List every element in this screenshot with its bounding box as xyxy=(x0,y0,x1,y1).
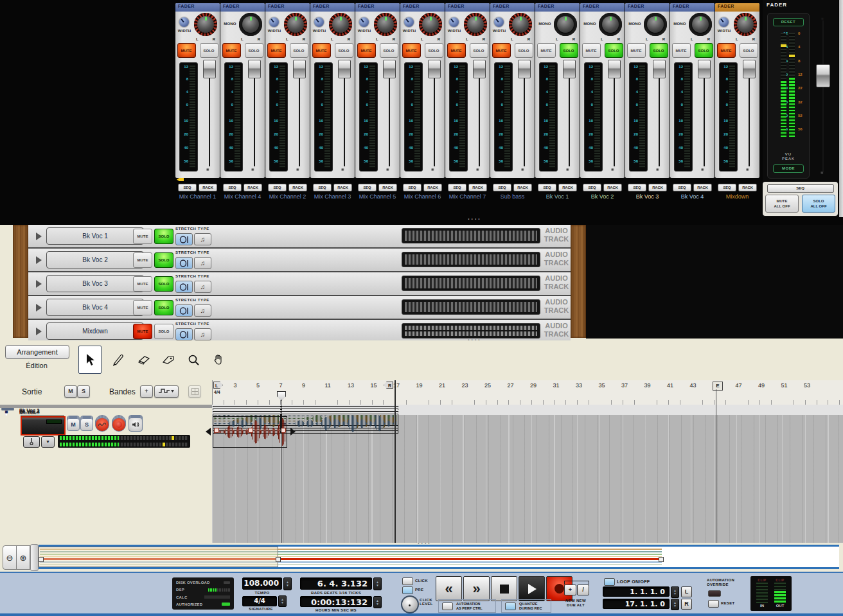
reset-button[interactable] xyxy=(708,600,719,608)
device-name-tab[interactable]: Bk Voc 4 xyxy=(46,299,144,316)
stretch-vocal-button[interactable] xyxy=(175,328,193,340)
channel-tab[interactable]: SEQ RACK Bk Voc 1 xyxy=(535,182,580,216)
sequencer-track-header[interactable]: ▼ Mixdown M S ▼ xyxy=(0,407,212,408)
mute-button[interactable]: MUTE xyxy=(492,43,511,58)
record-enable-button[interactable] xyxy=(112,418,126,432)
mute-button[interactable]: MUTE xyxy=(717,43,736,58)
channel-tab[interactable]: SEQ RACK Mix Channel 6 xyxy=(400,182,445,216)
channel-tab[interactable]: SEQ RACK Bk Voc 3 xyxy=(625,182,670,216)
channel-tab[interactable]: SEQ RACK Mix Channel 5 xyxy=(355,182,400,216)
loop-left-marker[interactable]: L xyxy=(213,382,223,389)
timeline-ruler[interactable]: 3579111315171921232527293133353739414345… xyxy=(212,380,843,405)
volume-fader[interactable] xyxy=(608,60,621,78)
time-position-stepper[interactable]: ▲▼ xyxy=(373,596,382,608)
eraser-tool[interactable] xyxy=(135,351,152,368)
channel-tab[interactable]: SEQ RACK Mixdown xyxy=(715,182,759,216)
edition-mode-button[interactable]: Édition xyxy=(5,362,68,369)
click-button[interactable] xyxy=(402,577,413,585)
rack-button[interactable]: RACK xyxy=(468,184,487,191)
volume-fader[interactable] xyxy=(338,60,351,78)
signature-display[interactable]: 4/4 xyxy=(242,596,277,606)
pan-knob[interactable] xyxy=(644,13,667,36)
rack-button[interactable]: RACK xyxy=(648,184,667,191)
zoom-tool[interactable] xyxy=(185,351,202,368)
navigator-drag-handle[interactable] xyxy=(30,544,39,571)
mixer-splitter-handle[interactable]: ···· xyxy=(468,216,481,223)
stretch-vocal-button[interactable] xyxy=(175,233,193,245)
navigator-view-window[interactable] xyxy=(39,547,278,567)
mute-button[interactable]: MUTE xyxy=(537,43,556,58)
loop-right-display[interactable]: 17. 1. 1. 0 xyxy=(603,599,670,609)
fold-arrow-icon[interactable] xyxy=(36,233,42,240)
mute-button[interactable]: MUTE xyxy=(447,43,466,58)
mute-button[interactable]: MUTE xyxy=(267,43,286,58)
end-marker[interactable]: E xyxy=(713,382,723,391)
channel-tab[interactable]: SEQ RACK Mix Channel 3 xyxy=(310,182,355,216)
device-name-tab[interactable]: Bk Voc 3 xyxy=(46,275,144,292)
fold-arrow-icon[interactable] xyxy=(36,304,42,312)
master-volume-fader[interactable] xyxy=(816,64,830,87)
stop-button[interactable] xyxy=(491,576,517,601)
loop-left-display[interactable]: 1. 1. 1. 0 xyxy=(603,586,670,597)
time-position-display[interactable]: 0:00:13:132 xyxy=(300,596,372,607)
seq-button[interactable]: SEQ xyxy=(538,184,556,191)
mute-button[interactable]: MUTE xyxy=(402,43,421,58)
rack-button[interactable]: RACK xyxy=(738,184,757,191)
hand-tool[interactable] xyxy=(210,351,227,368)
add-lane-button[interactable]: + xyxy=(140,385,153,398)
pan-knob[interactable] xyxy=(239,13,262,36)
signature-stepper[interactable]: ▲▼ xyxy=(278,595,287,607)
fade-in-handle[interactable] xyxy=(214,428,219,433)
clip-right-arrow-icon[interactable] xyxy=(290,428,296,436)
solo-button[interactable]: SOLO xyxy=(650,43,668,58)
width-knob[interactable] xyxy=(179,17,189,27)
loop-on-off-button[interactable] xyxy=(604,578,615,586)
channel-tab[interactable]: SEQ RACK Mix Channel 2 xyxy=(265,182,310,216)
navigator-handle[interactable] xyxy=(276,557,281,562)
pan-knob[interactable] xyxy=(374,13,397,36)
mute-button[interactable]: MUTE xyxy=(133,300,152,315)
seq-button[interactable]: SEQ xyxy=(178,184,197,191)
solo-button[interactable]: SOLO xyxy=(154,324,173,339)
level-handle[interactable] xyxy=(248,428,253,433)
solo-button[interactable]: SOLO xyxy=(605,43,623,58)
channel-tab[interactable]: SEQ RACK Sub bass xyxy=(490,182,535,216)
mute-button[interactable]: MUTE xyxy=(133,229,152,244)
new-alt-button[interactable]: / xyxy=(577,585,589,595)
loop-right-stepper[interactable]: ▲▼ xyxy=(671,599,679,610)
solo-button[interactable]: SOLO xyxy=(154,300,173,315)
scroll-position-marker[interactable] xyxy=(177,178,184,181)
mute-all-off-button[interactable]: MUTEALL OFF xyxy=(765,195,799,213)
seq-button[interactable]: SEQ xyxy=(583,184,601,191)
volume-fader[interactable] xyxy=(518,60,531,78)
stretch-vocal-button[interactable] xyxy=(175,257,193,269)
solo-button[interactable]: SOLO xyxy=(515,43,533,58)
automation-record-button[interactable] xyxy=(95,418,109,432)
navigator-handle[interactable] xyxy=(39,557,44,562)
mute-button[interactable]: MUTE xyxy=(133,252,152,268)
rack-button[interactable]: RACK xyxy=(378,184,397,191)
monitor-button[interactable] xyxy=(129,418,143,432)
solo-button[interactable]: SOLO xyxy=(335,43,353,58)
stretch-melodic-button[interactable]: ♫ xyxy=(194,328,211,340)
navigator-handle[interactable] xyxy=(659,557,664,562)
mute-button[interactable]: MUTE xyxy=(133,324,152,339)
volume-fader[interactable] xyxy=(563,60,576,78)
track-mute-button[interactable]: M xyxy=(67,418,80,431)
collapse-triangle-icon[interactable]: ▼ xyxy=(4,412,9,418)
track-lane[interactable] xyxy=(212,412,843,415)
automation-as-perf-led[interactable] xyxy=(442,603,453,610)
pan-knob[interactable] xyxy=(464,13,487,36)
volume-fader[interactable] xyxy=(743,60,756,78)
tempo-stepper[interactable]: ▲▼ xyxy=(283,577,292,590)
fold-arrow-icon[interactable] xyxy=(36,280,42,288)
loop-left-button[interactable]: L xyxy=(681,586,692,597)
solo-button[interactable]: SOLO xyxy=(154,276,173,292)
stretch-melodic-button[interactable]: ♫ xyxy=(194,281,211,293)
mute-button[interactable]: MUTE xyxy=(627,43,646,58)
loop-right-button[interactable]: R xyxy=(681,599,692,610)
fold-arrow-icon[interactable] xyxy=(36,328,42,335)
razor-tool[interactable] xyxy=(160,351,177,368)
loop-left-stepper[interactable]: ▲▼ xyxy=(671,586,679,598)
pan-knob[interactable] xyxy=(554,13,577,36)
